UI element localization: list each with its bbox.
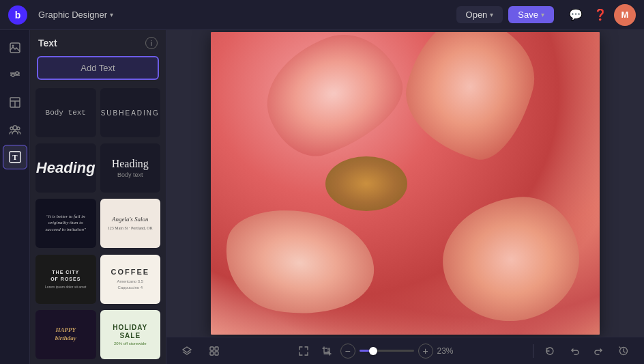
chat-icon[interactable]: 💬 [565, 4, 587, 26]
help-icon[interactable]: ❓ [589, 4, 611, 26]
tile-city-text: THE CITYOF ROSES [50, 269, 80, 283]
svg-point-11 [13, 126, 17, 130]
text-tiles: Body text SUBHEADING Heading Heading Bod… [30, 85, 166, 364]
sidebar-item-text[interactable]: T [3, 145, 27, 169]
app-name-dropdown[interactable]: Graphic Designer ▾ [33, 7, 119, 23]
info-icon[interactable]: i [145, 37, 158, 49]
tile-coffee[interactable]: COFFEE Americano 3.5Cappuccino 4 [100, 255, 161, 304]
svg-rect-19 [215, 352, 218, 355]
avatar[interactable]: M [614, 4, 636, 26]
open-button[interactable]: Open ▾ [456, 6, 503, 23]
tile-holiday-text: HOLIDAYSALE [113, 324, 147, 340]
flower-background [211, 32, 600, 335]
chevron-down-icon: ▾ [490, 11, 493, 18]
svg-point-3 [16, 72, 18, 74]
zoom-control: − + 23% [294, 341, 462, 361]
tile-city-subtext: Lorem ipsum dolor sit amet [45, 285, 86, 289]
bottom-toolbar: − + 23% [166, 337, 644, 364]
main-layout: T Text i Add Text Body text SUBHEADING H… [0, 30, 644, 364]
icon-sidebar: T [0, 30, 30, 364]
svg-rect-16 [210, 347, 214, 350]
layers-icon[interactable] [177, 341, 196, 361]
tile-coffee-menu: Americano 3.5Cappuccino 4 [117, 279, 143, 291]
bottom-right-tools [531, 341, 633, 361]
add-text-button[interactable]: Add Text [37, 56, 159, 80]
canvas-image [211, 32, 600, 335]
zoom-slider-thumb [369, 347, 377, 355]
tile-heading-bold[interactable]: Heading [35, 143, 96, 193]
zoom-in-button[interactable]: + [418, 344, 433, 359]
svg-rect-17 [215, 347, 218, 350]
sidebar-item-people[interactable] [3, 117, 27, 142]
tile-quote[interactable]: "it is better to fail in originality tha… [35, 199, 96, 248]
tile-holiday-subtext: 20% off storewide [114, 341, 147, 346]
tile-city[interactable]: THE CITYOF ROSES Lorem ipsum dolor sit a… [35, 255, 96, 304]
tile-subheading[interactable]: SUBHEADING [100, 88, 161, 137]
sidebar-item-layout[interactable] [3, 90, 27, 115]
svg-point-13 [17, 127, 20, 130]
zoom-out-button[interactable]: − [340, 344, 355, 359]
undo-icon[interactable] [565, 341, 584, 361]
flower-petal-3 [217, 199, 383, 326]
sidebar-item-image[interactable] [3, 36, 27, 60]
topbar: b Graphic Designer ▾ Open ▾ Save ▾ 💬 ❓ M [0, 0, 644, 30]
save-button[interactable]: Save ▾ [508, 6, 554, 23]
tile-birthday-text: HAPPYbirthday [55, 326, 76, 342]
canvas-area: − + 23% [166, 30, 644, 364]
chevron-down-icon: ▾ [110, 11, 113, 18]
text-panel: Text i Add Text Body text SUBHEADING Hea… [30, 30, 166, 364]
reset-icon[interactable] [540, 341, 559, 361]
sidebar-item-filter[interactable] [3, 63, 27, 87]
flower-center [325, 156, 407, 211]
tile-salon-text: Angela's Salon123 Main St · Portland, OR [108, 215, 153, 232]
tile-heading-serif-label: Heading [112, 158, 149, 170]
crop-icon[interactable] [317, 341, 336, 361]
text-panel-header: Text i [30, 30, 166, 53]
tile-quote-text: "it is better to fail in originality tha… [40, 211, 92, 236]
flower-petal-4 [438, 193, 585, 327]
grid-icon[interactable] [205, 341, 224, 361]
tile-heading-serif[interactable]: Heading Body text [100, 143, 161, 193]
tile-subheading-label: SUBHEADING [101, 109, 160, 117]
svg-rect-18 [210, 352, 214, 355]
expand-icon[interactable] [294, 341, 313, 361]
separator [533, 344, 533, 358]
tile-body-text[interactable]: Body text [35, 88, 96, 137]
zoom-percent-label: 23% [437, 346, 462, 356]
tile-birthday[interactable]: HAPPYbirthday [35, 310, 96, 359]
bottom-left-tools [177, 341, 224, 361]
svg-point-12 [10, 127, 13, 130]
tile-heading-bold-label: Heading [36, 159, 96, 177]
svg-text:T: T [12, 153, 18, 161]
svg-point-2 [12, 74, 14, 76]
zoom-slider[interactable] [360, 350, 414, 352]
text-panel-title: Text [38, 38, 57, 48]
tile-coffee-text: COFFEE [111, 268, 149, 276]
flower-petal-1 [251, 32, 417, 168]
canvas-viewport[interactable] [166, 30, 644, 337]
redo-icon[interactable] [589, 341, 609, 361]
tile-holiday[interactable]: HOLIDAYSALE 20% off storewide [100, 310, 161, 359]
tile-salon[interactable]: Angela's Salon123 Main St · Portland, OR [100, 199, 161, 248]
history-icon[interactable] [614, 341, 633, 361]
flower-petal-2 [393, 32, 547, 169]
app-logo[interactable]: b [8, 5, 27, 25]
tile-body-text-label: Body text [46, 109, 86, 117]
chevron-down-icon: ▾ [541, 11, 544, 18]
tile-heading-body-label: Body text [117, 171, 143, 178]
